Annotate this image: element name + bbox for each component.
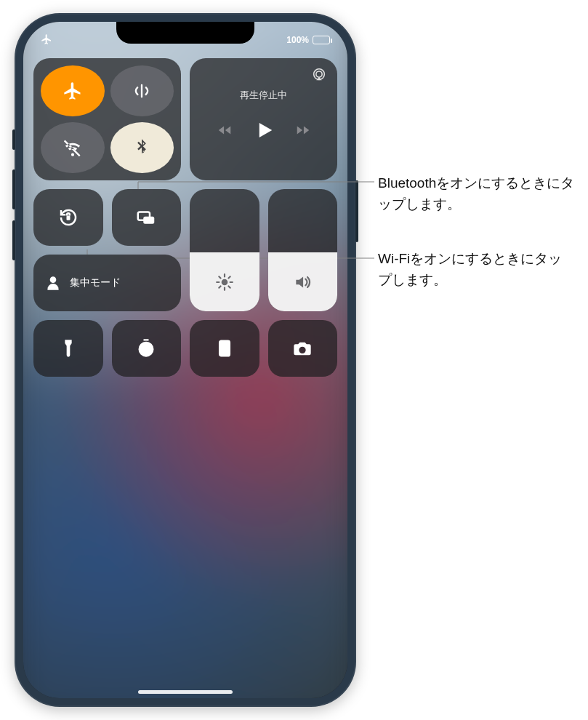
home-indicator[interactable] — [138, 690, 233, 694]
svg-point-10 — [224, 348, 225, 349]
rotation-lock-icon — [57, 207, 79, 228]
svg-point-12 — [221, 350, 222, 351]
play-button[interactable] — [253, 119, 275, 144]
brightness-slider[interactable] — [190, 189, 259, 311]
bluetooth-icon — [132, 137, 152, 158]
control-center: 再生停止中 — [33, 58, 337, 377]
flashlight-button[interactable] — [33, 320, 103, 377]
airplane-icon — [63, 81, 83, 101]
screen-mirroring-button[interactable] — [112, 189, 182, 246]
timer-button[interactable] — [112, 320, 182, 377]
notch — [116, 22, 254, 44]
svg-point-1 — [316, 71, 322, 77]
focus-mode-label: 集中モード — [70, 276, 121, 289]
airplane-mode-toggle[interactable] — [41, 65, 105, 116]
next-track-button[interactable] — [295, 122, 311, 141]
screen-mirroring-icon — [135, 207, 157, 228]
cellular-icon — [132, 81, 152, 101]
camera-icon — [292, 338, 313, 359]
callout-wifi: Wi-Fiをオンにするときにタップします。 — [378, 249, 567, 290]
battery-icon — [313, 36, 330, 44]
brightness-icon — [215, 273, 234, 292]
svg-point-13 — [224, 350, 225, 351]
calculator-icon — [214, 338, 235, 359]
calculator-button[interactable] — [190, 320, 259, 377]
svg-rect-8 — [221, 343, 227, 345]
svg-point-16 — [224, 353, 225, 354]
camera-button[interactable] — [268, 320, 338, 377]
airplay-icon[interactable] — [311, 67, 327, 83]
svg-point-17 — [226, 353, 227, 354]
now-playing-tile[interactable]: 再生停止中 — [190, 58, 337, 180]
person-icon — [44, 273, 63, 292]
svg-rect-2 — [66, 216, 70, 220]
silence-switch — [12, 129, 15, 150]
flashlight-icon — [58, 338, 78, 359]
airplane-mode-status-icon — [41, 33, 52, 47]
wifi-off-icon — [63, 137, 83, 158]
svg-point-14 — [226, 350, 227, 351]
connectivity-group[interactable] — [33, 58, 181, 180]
side-button — [355, 180, 358, 242]
timer-icon — [136, 338, 156, 359]
svg-point-15 — [221, 353, 222, 354]
volume-up-button — [12, 169, 15, 209]
callout-bluetooth: Bluetoothをオンにするときにタップします。 — [378, 173, 581, 215]
focus-mode-button[interactable]: 集中モード — [33, 255, 181, 311]
previous-track-button[interactable] — [217, 122, 233, 141]
svg-point-5 — [221, 279, 227, 285]
battery-percent: 100% — [286, 35, 309, 45]
svg-rect-4 — [144, 217, 155, 224]
wifi-toggle[interactable] — [41, 122, 105, 173]
svg-point-11 — [226, 348, 227, 349]
volume-icon — [293, 273, 312, 292]
rotation-lock-toggle[interactable] — [33, 189, 103, 246]
screen: 100% — [23, 22, 347, 698]
bluetooth-toggle[interactable] — [110, 122, 174, 173]
volume-down-button — [12, 220, 15, 260]
volume-slider[interactable] — [268, 189, 338, 311]
now-playing-status: 再生停止中 — [240, 89, 287, 102]
svg-point-9 — [221, 348, 222, 349]
phone-frame: 100% — [15, 13, 356, 707]
cellular-data-toggle[interactable] — [110, 65, 174, 116]
